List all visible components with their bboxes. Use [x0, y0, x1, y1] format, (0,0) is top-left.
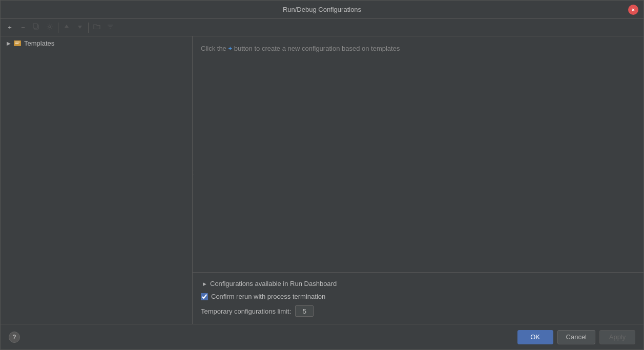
minus-icon: − — [21, 24, 25, 31]
cancel-button[interactable]: Cancel — [557, 330, 595, 344]
run-dashboard-label: Configurations available in Run Dashboar… — [210, 280, 337, 287]
temp-config-row: Temporary configurations limit: — [201, 303, 635, 319]
run-dashboard-arrow-icon: ▶ — [201, 280, 208, 287]
templates-tree-item[interactable]: ▶ Templates — [1, 36, 192, 50]
temp-config-input[interactable] — [295, 305, 314, 317]
help-button[interactable]: ? — [9, 332, 20, 343]
title-bar: Run/Debug Configurations × — [1, 1, 643, 19]
folder-icon — [93, 24, 100, 31]
splitter-handle-dots: · · · — [192, 170, 196, 180]
remove-config-button[interactable]: − — [17, 22, 29, 34]
templates-icon — [13, 38, 22, 48]
tree-arrow-icon: ▶ — [5, 39, 13, 47]
close-button[interactable]: × — [628, 5, 638, 15]
toolbar-separator-2 — [88, 23, 89, 33]
arrow-down-icon — [77, 24, 83, 31]
right-panel: Click the + button to create a new confi… — [193, 36, 643, 324]
run-dashboard-row[interactable]: ▶ Configurations available in Run Dashbo… — [201, 278, 635, 290]
sort-icon — [107, 23, 114, 32]
left-panel: ▶ Templates — [1, 36, 193, 324]
templates-label: Templates — [24, 39, 54, 47]
confirm-rerun-label: Confirm rerun with process termination — [211, 293, 325, 300]
settings-config-button[interactable] — [44, 22, 56, 34]
panel-splitter[interactable]: · · · — [193, 36, 195, 324]
svg-point-2 — [49, 26, 51, 28]
hint-text: Click the + button to create a new confi… — [201, 45, 635, 52]
svg-rect-1 — [33, 24, 37, 28]
hint-prefix: Click the — [201, 45, 228, 52]
toolbar-separator-1 — [58, 23, 58, 33]
add-config-button[interactable]: + — [4, 22, 16, 34]
footer-right: OK Cancel Apply — [517, 330, 635, 344]
apply-button[interactable]: Apply — [599, 330, 635, 344]
bottom-section: ▶ Configurations available in Run Dashbo… — [193, 272, 643, 324]
confirm-rerun-checkbox[interactable] — [201, 293, 208, 300]
hint-suffix: button to create a new configuration bas… — [232, 45, 400, 52]
temp-config-label: Temporary configurations limit: — [201, 307, 291, 315]
toolbar: + − — [1, 19, 643, 36]
copy-icon — [33, 23, 40, 32]
hint-plus: + — [228, 45, 232, 52]
add-icon: + — [8, 24, 12, 31]
dialog-title: Run/Debug Configurations — [283, 6, 361, 13]
move-down-button[interactable] — [74, 22, 86, 34]
ok-button[interactable]: OK — [517, 330, 553, 344]
arrow-up-icon — [64, 24, 70, 31]
move-up-button[interactable] — [60, 22, 73, 34]
footer-left: ? — [9, 332, 20, 343]
footer: ? OK Cancel Apply — [1, 324, 643, 349]
run-debug-dialog: Run/Debug Configurations × + − — [0, 0, 644, 350]
settings-icon — [46, 23, 53, 32]
sort-button[interactable] — [104, 22, 116, 34]
folder-button[interactable] — [91, 22, 103, 34]
confirm-rerun-row: Confirm rerun with process termination — [201, 290, 635, 303]
main-content: ▶ Templates · · · Click the + button to … — [1, 36, 643, 324]
copy-config-button[interactable] — [30, 22, 43, 34]
right-content: Click the + button to create a new confi… — [193, 36, 643, 272]
